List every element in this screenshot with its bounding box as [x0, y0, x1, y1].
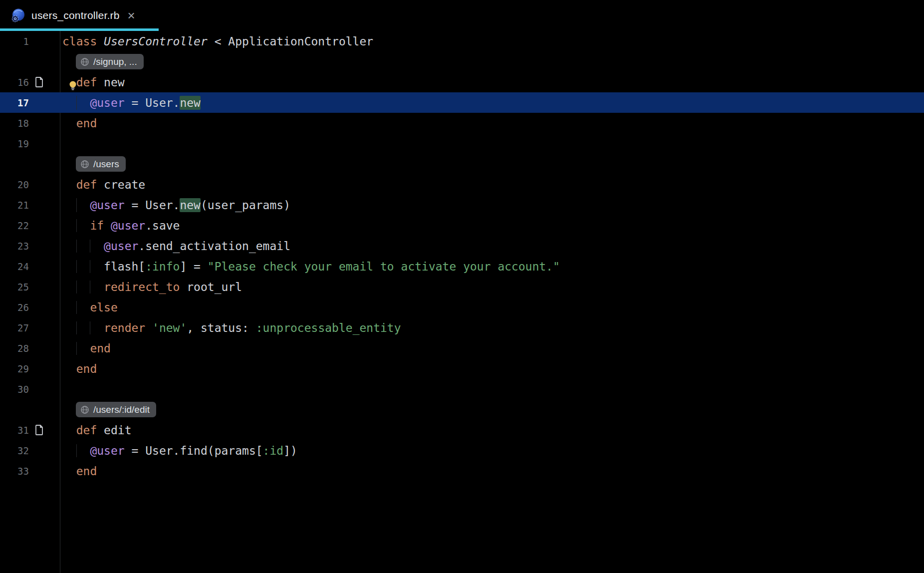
line-number[interactable]: 29: [0, 363, 29, 374]
close-icon[interactable]: ×: [128, 9, 135, 22]
indent-guide: [76, 321, 77, 334]
line-number[interactable]: 24: [0, 261, 29, 272]
code-content[interactable]: if @user.save: [60, 219, 924, 232]
route-inlay-hint[interactable]: /signup, ...: [76, 54, 144, 69]
code-line[interactable]: 1class UsersController < ApplicationCont…: [0, 31, 924, 51]
code-token: = User.: [125, 96, 180, 109]
code-content[interactable]: end: [60, 362, 924, 375]
globe-icon: [80, 405, 89, 414]
document-icon[interactable]: [35, 425, 46, 435]
code-token: :id: [263, 444, 284, 457]
code-line[interactable]: 23 @user.send_activation_email: [0, 236, 924, 256]
code-line[interactable]: 27 render 'new', status: :unprocessable_…: [0, 317, 924, 338]
line-number[interactable]: 20: [0, 179, 29, 190]
line-number[interactable]: 30: [0, 384, 29, 395]
document-icon[interactable]: [35, 77, 46, 87]
gutter: 31: [0, 425, 60, 436]
route-inlay-hint[interactable]: /users: [76, 156, 126, 172]
route-path-label: /users/:id/edit: [93, 404, 150, 415]
code-line[interactable]: 16 def new: [0, 72, 924, 92]
indent-guide: [76, 444, 77, 457]
code-token: = User.: [125, 199, 180, 212]
code-line[interactable]: 25 redirect_to root_url: [0, 277, 924, 297]
gutter: 28: [0, 343, 60, 354]
code-line[interactable]: 29 end: [0, 358, 924, 379]
code-content[interactable]: render 'new', status: :unprocessable_ent…: [60, 321, 924, 334]
line-number[interactable]: 18: [0, 118, 29, 129]
inlay-hint-container[interactable]: /users/:id/edit: [60, 402, 924, 417]
editor-tab-bar: users_controller.rb ×: [0, 0, 924, 31]
gutter: 22: [0, 220, 60, 231]
code-line[interactable]: 26 else: [0, 297, 924, 317]
code-line[interactable]: 28 end: [0, 338, 924, 358]
indent-guide: [90, 260, 90, 273]
line-number[interactable]: 21: [0, 200, 29, 211]
gutter: 27: [0, 322, 60, 333]
code-line[interactable]: 32 @user = User.find(params[:id]): [0, 440, 924, 461]
blank-line[interactable]: 19: [0, 133, 924, 154]
code-content[interactable]: def new: [60, 76, 924, 89]
code-token: [62, 178, 76, 191]
inlay-hint-container[interactable]: /signup, ...: [60, 54, 924, 69]
code-token: create: [104, 178, 145, 191]
code-line[interactable]: 17 @user = User.new: [0, 92, 924, 113]
line-number[interactable]: 26: [0, 302, 29, 313]
code-content[interactable]: @user = User.find(params[:id]): [60, 444, 924, 457]
blank-line[interactable]: 30: [0, 379, 924, 399]
tab-users-controller[interactable]: users_controller.rb ×: [0, 0, 159, 31]
code-content[interactable]: def edit: [60, 424, 924, 437]
code-token: else: [62, 301, 118, 314]
code-content[interactable]: end: [60, 117, 924, 130]
code-line[interactable]: 24 flash[:info] = "Please check your ema…: [0, 256, 924, 277]
code-token: root_url: [180, 281, 242, 293]
code-content[interactable]: @user = User.new(user_params): [60, 198, 924, 212]
code-token: redirect_to: [104, 281, 180, 293]
code-token: .save: [145, 219, 180, 232]
rubymine-window: users_controller.rb × 1class UsersContro…: [0, 0, 924, 573]
line-number[interactable]: 31: [0, 425, 29, 436]
indent-guide: [76, 281, 77, 293]
inlay-hint-row[interactable]: /users/:id/edit: [0, 399, 924, 420]
code-content[interactable]: @user.send_activation_email: [60, 240, 924, 253]
code-line[interactable]: 18 end: [0, 113, 924, 133]
inlay-hint-container[interactable]: /users: [60, 156, 924, 172]
route-inlay-hint[interactable]: /users/:id/edit: [76, 402, 156, 417]
line-number[interactable]: 23: [0, 241, 29, 252]
line-number[interactable]: 27: [0, 322, 29, 333]
inlay-hint-row[interactable]: /signup, ...: [0, 51, 924, 72]
code-content[interactable]: def create: [60, 178, 924, 191]
code-content[interactable]: end: [60, 342, 924, 355]
line-number[interactable]: 19: [0, 138, 29, 149]
code-content[interactable]: redirect_to root_url: [60, 281, 924, 293]
code-line[interactable]: 21 @user = User.new(user_params): [0, 195, 924, 215]
code-content[interactable]: end: [60, 465, 924, 478]
code-token: = User.find(params[: [125, 444, 263, 457]
tab-title: users_controller.rb: [31, 9, 120, 21]
line-number[interactable]: 33: [0, 466, 29, 477]
code-content[interactable]: @user = User.new: [60, 96, 924, 110]
code-token: end: [62, 465, 97, 478]
line-number[interactable]: 1: [0, 36, 29, 47]
code-line[interactable]: 33 end: [0, 461, 924, 481]
line-number[interactable]: 28: [0, 343, 29, 354]
line-number[interactable]: 32: [0, 445, 29, 456]
lightbulb-icon[interactable]: [69, 80, 77, 91]
globe-icon: [80, 160, 89, 169]
line-number[interactable]: 22: [0, 220, 29, 231]
code-token: def: [76, 76, 104, 89]
code-line[interactable]: 20 def create: [0, 174, 924, 195]
gutter: 21: [0, 200, 60, 211]
line-number[interactable]: 16: [0, 77, 29, 88]
code-line[interactable]: 22 if @user.save: [0, 215, 924, 236]
code-line[interactable]: 31 def edit: [0, 420, 924, 440]
code-token: render: [104, 321, 152, 334]
line-number[interactable]: 17: [0, 97, 29, 108]
line-number[interactable]: 25: [0, 282, 29, 292]
gutter: 29: [0, 363, 60, 374]
inlay-hint-row[interactable]: /users: [0, 154, 924, 174]
code-token: :unprocessable_entity: [256, 321, 401, 334]
code-content[interactable]: else: [60, 301, 924, 314]
code-editor[interactable]: 1class UsersController < ApplicationCont…: [0, 31, 924, 573]
code-content[interactable]: class UsersController < ApplicationContr…: [60, 35, 924, 48]
code-content[interactable]: flash[:info] = "Please check your email …: [60, 260, 924, 273]
